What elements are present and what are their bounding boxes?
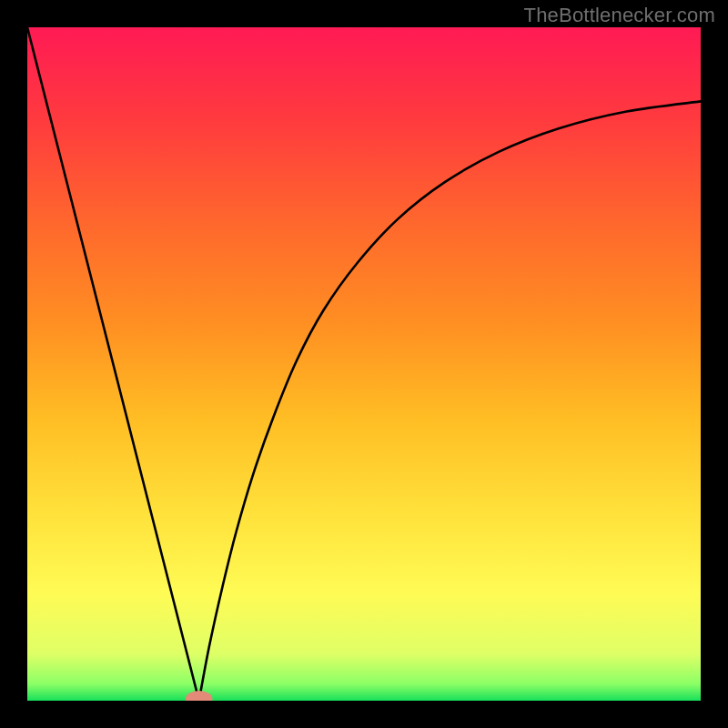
watermark-text: TheBottlenecker.com xyxy=(524,4,715,27)
plot-area xyxy=(27,27,701,701)
bottleneck-curve-chart xyxy=(27,27,701,701)
gradient-background xyxy=(27,27,701,701)
chart-frame: TheBottlenecker.com xyxy=(0,0,728,728)
